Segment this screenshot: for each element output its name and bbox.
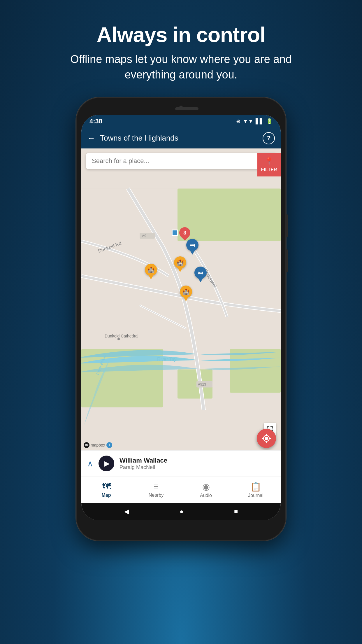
status-icons: ⊕ ▼▼ ▋▋ 🔋 <box>236 118 273 125</box>
phone-speaker <box>175 107 198 110</box>
status-time: 4:38 <box>89 118 102 125</box>
app-bar-title: Towns of the Highlands <box>100 134 258 143</box>
filter-label: FILTER <box>261 167 277 172</box>
map-icon: 🗺 <box>102 482 111 491</box>
phone-back-btn[interactable]: ◀ <box>124 508 129 515</box>
phone-side-button <box>286 214 288 237</box>
nearby-icon: ≡ <box>154 482 159 491</box>
svg-text:A9: A9 <box>142 234 146 238</box>
svg-point-10 <box>117 338 120 340</box>
phone-frame: 4:38 ⊕ ▼▼ ▋▋ 🔋 ← Towns of the Highlands … <box>76 97 286 541</box>
nav-audio-label: Audio <box>200 493 212 498</box>
help-button[interactable]: ? <box>263 132 275 144</box>
bottom-nav: 🗺 Map ≡ Nearby ◉ Audio 📋 Journal <box>81 477 281 503</box>
wifi-icon: ▼▼ <box>243 118 253 125</box>
nav-map-label: Map <box>102 493 111 498</box>
hero-subtitle: Offline maps let you know where you are … <box>64 52 298 83</box>
mapbox-info[interactable]: i <box>106 442 112 448</box>
phone-nav-bar: ◀ ● ■ <box>81 503 281 520</box>
svg-point-15 <box>265 437 268 440</box>
map-svg: Dunkeld Rd Spoutwell River Tay River Bra… <box>81 148 281 450</box>
nav-journal[interactable]: 📋 Journal <box>231 482 281 498</box>
battery-icon: 🔋 <box>266 118 273 125</box>
hero-section: Always in control Offline maps let you k… <box>64 0 298 97</box>
filter-icon: 📍 <box>264 157 274 166</box>
sheet-chevron[interactable]: ∧ <box>87 459 93 468</box>
svg-text:River Tay: River Tay <box>157 356 176 361</box>
bottom-sheet[interactable]: ∧ ▶ William Wallace Paraig MacNeil <box>81 450 281 477</box>
back-button[interactable]: ← <box>87 134 95 143</box>
app-bar: ← Towns of the Highlands ? <box>81 128 281 148</box>
mapbox-logo: m <box>84 442 89 448</box>
journal-icon: 📋 <box>250 482 261 492</box>
search-bar[interactable] <box>86 153 276 169</box>
status-bar: 4:38 ⊕ ▼▼ ▋▋ 🔋 <box>81 115 281 128</box>
track-title: William Wallace <box>120 457 275 464</box>
phone-recent-btn[interactable]: ■ <box>234 508 238 515</box>
nav-audio[interactable]: ◉ Audio <box>181 482 231 498</box>
phone-home-btn[interactable]: ● <box>180 508 183 515</box>
phone-side-button-2 <box>286 249 288 272</box>
nav-nearby[interactable]: ≡ Nearby <box>131 482 181 498</box>
nav-map[interactable]: 🗺 Map <box>81 482 131 498</box>
mapbox-attribution: m mapbox i <box>84 442 112 448</box>
hero-title: Always in control <box>64 23 298 46</box>
play-icon: ▶ <box>104 459 110 468</box>
filter-button[interactable]: 📍 FILTER <box>257 153 281 176</box>
phone-mockup: 4:38 ⊕ ▼▼ ▋▋ 🔋 ← Towns of the Highlands … <box>76 97 286 541</box>
nav-nearby-label: Nearby <box>149 493 164 498</box>
signal-icon: ▋▋ <box>256 118 264 125</box>
sheet-info: William Wallace Paraig MacNeil <box>120 457 275 470</box>
location-icon: ⊕ <box>236 118 240 125</box>
track-artist: Paraig MacNeil <box>120 464 275 470</box>
svg-text:A923: A923 <box>198 382 206 386</box>
map-container[interactable]: Dunkeld Rd Spoutwell River Tay River Bra… <box>81 148 281 450</box>
svg-rect-1 <box>178 188 281 241</box>
search-input[interactable] <box>86 153 276 169</box>
svg-text:Dunkeld Cathedral: Dunkeld Cathedral <box>105 333 138 338</box>
svg-rect-4 <box>230 349 281 393</box>
phone-screen: 4:38 ⊕ ▼▼ ▋▋ 🔋 ← Towns of the Highlands … <box>81 115 281 520</box>
location-fab[interactable] <box>257 429 276 448</box>
nav-journal-label: Journal <box>248 493 263 498</box>
play-button[interactable]: ▶ <box>99 456 114 471</box>
mapbox-label: mapbox <box>91 443 105 447</box>
audio-icon: ◉ <box>202 482 210 492</box>
